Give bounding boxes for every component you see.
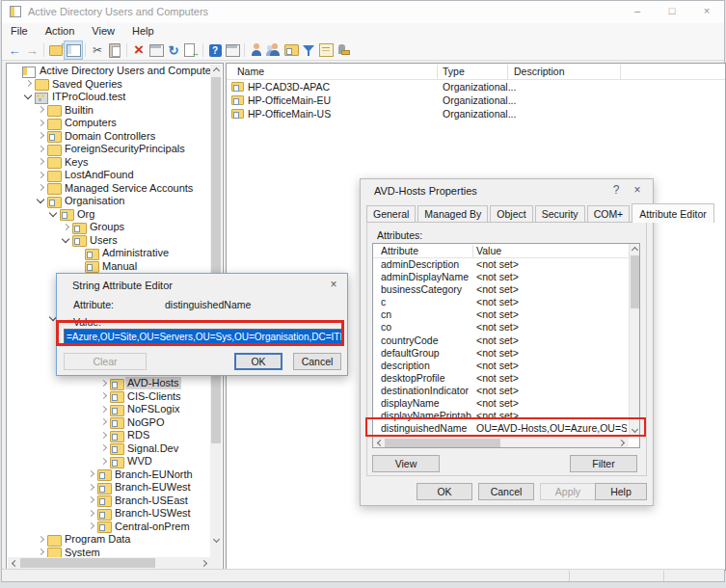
expander-icon[interactable] — [35, 118, 47, 128]
tree-item[interactable]: CIS-Clients — [8, 390, 211, 404]
dialog-help-icon[interactable]: ? — [608, 183, 624, 197]
expander-icon[interactable] — [35, 157, 47, 168]
new-ou-button[interactable] — [282, 41, 300, 59]
cancel-button[interactable]: Cancel — [293, 353, 341, 370]
expander-icon[interactable] — [35, 131, 47, 142]
attribute-row[interactable]: desktopProfile <not set> — [373, 372, 629, 385]
scroll-down-icon[interactable] — [629, 425, 640, 437]
minimize-button[interactable]: – — [620, 1, 655, 23]
tree-item[interactable]: NoGPO — [8, 416, 211, 430]
list-item[interactable]: HP-OfficeMain-EU Organizational... — [227, 94, 725, 107]
column-header-name[interactable]: Name — [237, 66, 264, 77]
help-button[interactable]: Help — [595, 483, 647, 500]
tree-item[interactable]: Administrative — [8, 247, 211, 260]
attribute-row[interactable]: defaultGroup <not set> — [373, 347, 629, 360]
expander-icon[interactable] — [60, 235, 72, 246]
tree-item[interactable]: Central-onPrem — [8, 521, 211, 534]
grid-horizontal-scrollbar[interactable] — [373, 437, 629, 447]
dialog-close-icon[interactable]: × — [326, 278, 341, 291]
help-button[interactable] — [206, 41, 224, 59]
properties-tab[interactable]: COM+ — [587, 205, 631, 222]
tree-item[interactable]: Groups — [8, 221, 211, 234]
tree-item[interactable]: Domain Controllers — [8, 130, 211, 144]
delegate-button[interactable] — [335, 41, 352, 59]
expander-icon[interactable] — [47, 209, 60, 220]
column-header-type[interactable]: Type — [443, 66, 465, 77]
expander-icon[interactable] — [35, 144, 47, 154]
attribute-row[interactable]: cn <not set> — [373, 308, 629, 321]
scrollbar-thumb[interactable] — [385, 439, 500, 447]
new-user-button[interactable] — [248, 41, 265, 59]
attribute-row[interactable]: displayName <not set> — [373, 397, 629, 410]
tree-item[interactable]: Saved Queries — [8, 78, 211, 92]
properties-tab[interactable]: Object — [490, 205, 532, 222]
expander-icon[interactable] — [97, 391, 110, 402]
script-button[interactable] — [317, 41, 335, 59]
expander-icon[interactable] — [72, 248, 85, 258]
expander-icon[interactable] — [85, 521, 97, 532]
expander-icon[interactable] — [35, 170, 47, 180]
window-button[interactable] — [224, 41, 241, 59]
grid-column-value[interactable]: Value — [476, 245, 501, 256]
back-button[interactable] — [6, 41, 23, 59]
expander-icon[interactable] — [97, 404, 110, 414]
expander-icon[interactable] — [85, 482, 97, 493]
tree-item[interactable]: Organisation — [8, 195, 211, 208]
tree-item[interactable]: AVD-Hosts — [8, 377, 211, 390]
tree-item[interactable]: Program Data — [8, 533, 211, 547]
delete-button[interactable] — [130, 41, 148, 59]
menu-item[interactable]: Help — [123, 23, 163, 40]
tree-item[interactable]: RDS — [8, 429, 211, 442]
expander-icon[interactable] — [97, 443, 110, 454]
attribute-row[interactable]: destinationIndicator <not set> — [373, 385, 629, 397]
tree-item[interactable]: Managed Service Accounts — [8, 182, 211, 196]
clear-button[interactable]: Clear — [64, 353, 147, 370]
attribute-row[interactable]: distinguishedName OU=AVD-Hosts,OU=Azure,… — [373, 422, 629, 435]
expander-icon[interactable] — [97, 456, 110, 467]
expander-icon[interactable] — [22, 92, 35, 102]
attribute-row[interactable]: businessCategory <not set> — [373, 283, 629, 296]
tree-item[interactable]: Keys — [8, 156, 211, 170]
view-button[interactable]: View — [372, 455, 440, 472]
scroll-up-icon[interactable] — [629, 244, 640, 255]
expander-icon[interactable] — [60, 222, 72, 232]
scroll-right-icon[interactable] — [617, 437, 629, 448]
tree-item[interactable]: ForeignSecurityPrincipals — [8, 143, 211, 156]
expander-icon[interactable] — [97, 417, 110, 428]
tree-item[interactable]: Branch-EUWest — [8, 481, 211, 494]
value-input[interactable]: =Azure,OU=Site,OU=Servers,OU=Sys,OU=Orga… — [64, 329, 342, 345]
tree-item[interactable]: Branch-USEast — [8, 494, 211, 508]
export-list-button[interactable] — [182, 41, 200, 59]
properties-tab[interactable]: General — [366, 205, 416, 222]
expander-icon[interactable] — [97, 430, 110, 441]
forward-button[interactable] — [23, 41, 40, 59]
expander-icon[interactable] — [35, 105, 47, 116]
attribute-row[interactable]: adminDisplayName <not set> — [373, 271, 629, 283]
attribute-row[interactable]: co <not set> — [373, 321, 629, 334]
tree-item[interactable]: Branch-EUNorth — [8, 468, 211, 482]
scrollbar-thumb[interactable] — [631, 255, 639, 308]
expander-icon[interactable] — [85, 495, 97, 506]
grid-column-attribute[interactable]: Attribute — [381, 245, 418, 256]
expander-icon[interactable] — [85, 508, 97, 519]
paste-button[interactable] — [106, 41, 123, 59]
scroll-left-icon[interactable] — [8, 557, 19, 569]
list-item[interactable]: HP-OfficeMain-US Organizational... — [227, 107, 725, 120]
show-console-tree-button[interactable] — [65, 41, 82, 59]
tree-item[interactable]: Users — [8, 234, 211, 248]
cancel-button[interactable]: Cancel — [478, 483, 534, 500]
attribute-row[interactable]: adminDescription <not set> — [373, 258, 629, 271]
scroll-left-icon[interactable] — [373, 437, 385, 448]
maximize-button[interactable]: □ — [655, 1, 689, 23]
tree-horizontal-scrollbar[interactable] — [8, 557, 211, 569]
refresh-button[interactable] — [165, 41, 182, 59]
new-group-button[interactable] — [265, 41, 282, 59]
grid-vertical-scrollbar[interactable] — [629, 244, 639, 437]
properties-tab[interactable]: Managed By — [417, 205, 488, 222]
tree-item[interactable]: WVD — [8, 455, 211, 468]
attribute-row[interactable]: description <not set> — [373, 360, 629, 372]
up-one-level-button[interactable] — [47, 41, 65, 59]
attribute-row[interactable]: countryCode <not set> — [373, 334, 629, 347]
tree-item[interactable]: Signal.Dev — [8, 442, 211, 456]
properties-tab[interactable]: Security — [535, 205, 585, 222]
